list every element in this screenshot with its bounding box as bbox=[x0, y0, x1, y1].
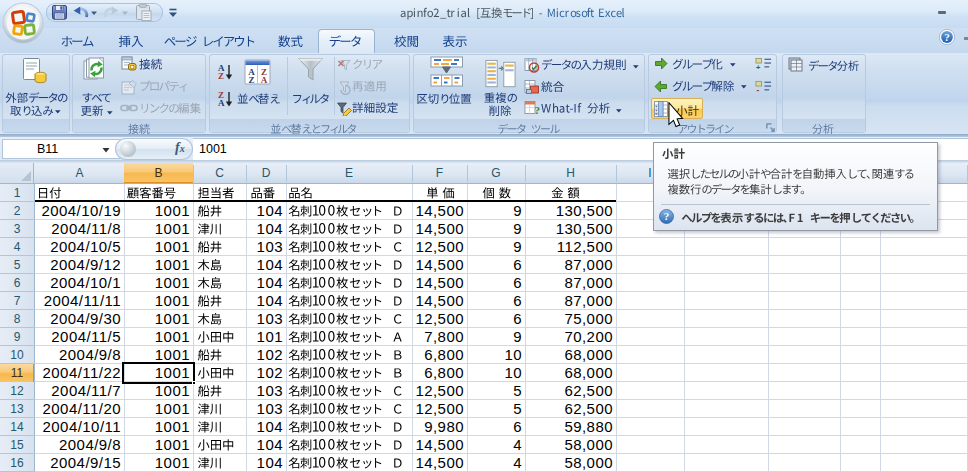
svg-text:+: + bbox=[756, 63, 761, 71]
svg-text:?: ? bbox=[944, 31, 950, 43]
svg-text:?: ? bbox=[664, 210, 670, 222]
svg-text:?: ? bbox=[535, 104, 541, 116]
svg-text:=: = bbox=[655, 112, 658, 117]
svg-text:Z: Z bbox=[248, 75, 254, 85]
svg-text:-: - bbox=[756, 85, 759, 94]
svg-text:A: A bbox=[261, 75, 268, 85]
